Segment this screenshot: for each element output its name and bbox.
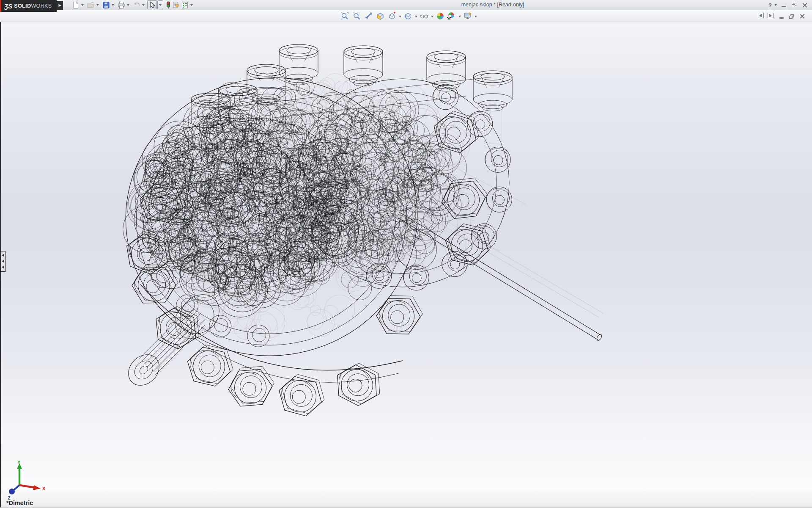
wireframe-model bbox=[1, 22, 812, 507]
apply-scene-icon[interactable] bbox=[447, 12, 455, 20]
collapse-arrow-icon bbox=[2, 260, 4, 262]
display-style-dropdown-icon[interactable] bbox=[415, 16, 417, 17]
display-style-icon[interactable] bbox=[404, 12, 412, 20]
select-dropdown-icon[interactable] bbox=[159, 4, 162, 6]
view-orientation-icon[interactable] bbox=[388, 12, 396, 20]
file-properties-icon[interactable] bbox=[172, 1, 180, 9]
dassault-logo-glyph: ƷS bbox=[4, 3, 12, 10]
titlebar: ƷS SOLID WORKS ▶ bbox=[0, 0, 812, 10]
print-icon[interactable] bbox=[118, 1, 125, 9]
new-document-dropdown-icon[interactable] bbox=[81, 4, 84, 6]
rebuild-traffic-light-icon[interactable] bbox=[165, 1, 172, 9]
document-restore-button[interactable] bbox=[788, 14, 795, 19]
collapse-arrow-icon bbox=[2, 254, 4, 257]
reference-triad: Y X Z bbox=[4, 459, 51, 505]
menu-expand-arrow-icon[interactable]: ▶ bbox=[57, 1, 63, 10]
print-dropdown-icon[interactable] bbox=[127, 4, 129, 6]
close-button[interactable] bbox=[801, 2, 808, 8]
new-document-icon[interactable] bbox=[72, 1, 80, 9]
undo-dropdown-icon[interactable] bbox=[142, 4, 145, 6]
minimize-button[interactable] bbox=[780, 1, 787, 8]
heads-up-toolbar bbox=[0, 10, 812, 22]
pane-collapse-right-icon[interactable] bbox=[768, 13, 774, 18]
save-icon[interactable] bbox=[102, 1, 110, 9]
options-icon[interactable] bbox=[181, 1, 189, 9]
svg-text:X: X bbox=[42, 486, 46, 491]
apply-scene-dropdown-icon[interactable] bbox=[458, 16, 461, 17]
open-document-icon[interactable] bbox=[87, 1, 95, 9]
logo-red-stripe bbox=[0, 0, 1, 12]
solidworks-window: { "window": { "logo": { "glyph": "ƷS", "… bbox=[0, 0, 812, 508]
zoom-to-area-icon[interactable] bbox=[352, 12, 361, 20]
brand-name-light: WORKS bbox=[31, 3, 52, 9]
restore-button[interactable] bbox=[790, 2, 797, 8]
section-view-icon[interactable] bbox=[376, 12, 384, 20]
edit-appearance-icon[interactable] bbox=[436, 12, 444, 20]
view-settings-icon[interactable] bbox=[464, 12, 472, 20]
graphics-viewport[interactable]: Y X Z *Dimetric bbox=[0, 22, 812, 508]
hide-show-items-icon[interactable] bbox=[420, 12, 428, 20]
featuremanager-collapsed-tab[interactable] bbox=[1, 251, 5, 272]
open-document-dropdown-icon[interactable] bbox=[96, 4, 99, 6]
select-cursor-icon[interactable] bbox=[148, 1, 156, 9]
brand-name-bold: SOLID bbox=[14, 3, 31, 9]
save-dropdown-icon[interactable] bbox=[112, 4, 114, 6]
solidworks-logo: ƷS SOLID WORKS bbox=[0, 0, 57, 12]
hide-show-items-dropdown-icon[interactable] bbox=[431, 16, 433, 17]
view-settings-dropdown-icon[interactable] bbox=[475, 16, 477, 17]
help-dropdown-icon[interactable] bbox=[774, 4, 777, 6]
pane-collapse-left-icon[interactable] bbox=[758, 13, 764, 18]
document-close-button[interactable] bbox=[798, 14, 805, 19]
options-dropdown-icon[interactable] bbox=[190, 4, 193, 6]
document-minimize-button[interactable] bbox=[778, 13, 785, 19]
view-orientation-label: *Dimetric bbox=[6, 500, 33, 506]
previous-view-icon[interactable] bbox=[364, 12, 373, 20]
undo-icon[interactable] bbox=[133, 1, 140, 9]
collapse-arrow-icon bbox=[2, 266, 4, 268]
document-title: menjac sklop * [Read-only] bbox=[461, 2, 524, 8]
help-icon[interactable]: ? bbox=[767, 1, 773, 9]
view-orientation-dropdown-icon[interactable] bbox=[399, 16, 401, 17]
zoom-to-fit-icon[interactable] bbox=[340, 12, 349, 20]
svg-text:Y: Y bbox=[17, 460, 21, 465]
